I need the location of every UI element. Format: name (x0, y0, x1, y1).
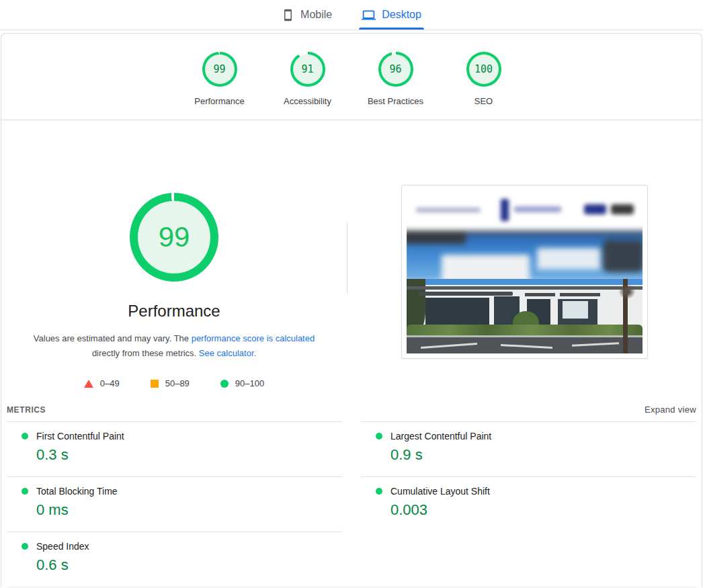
metric-total-blocking-time: Total Blocking Time 0 ms (7, 476, 342, 532)
legend-pass: 90–100 (220, 378, 264, 388)
performance-main-gauge: 99 (130, 193, 218, 282)
accessibility-score-label: Accessibility (284, 96, 331, 106)
screenshot-column (347, 120, 702, 396)
score-disclaimer: Values are estimated and may vary. The p… (30, 331, 318, 361)
metric-value: 0.9 s (390, 446, 696, 464)
accessibility-score-value: 91 (301, 63, 313, 75)
score-calculation-link[interactable]: performance score is calculated (192, 333, 315, 343)
tab-desktop[interactable]: Desktop (359, 0, 424, 30)
section-divider (7, 587, 696, 587)
performance-gauge-column: 99 Performance Values are estimated and … (1, 120, 347, 396)
seo-score-label: SEO (474, 96, 493, 106)
performance-main-score: 99 (159, 221, 190, 253)
best-practices-score-value: 96 (389, 63, 401, 75)
page-screenshot-thumbnail (407, 190, 643, 353)
thumb-hero-image (407, 230, 643, 282)
metrics-header: METRICS Expand view (7, 396, 696, 421)
pass-dot-icon (22, 543, 28, 550)
disclaimer-text: directly from these metrics. (92, 348, 199, 358)
legend-fail-range: 0–49 (100, 378, 120, 388)
seo-score-ring: 100 (466, 52, 501, 87)
legend-average: 50–89 (151, 378, 190, 388)
score-gauge-seo[interactable]: 100 SEO (452, 52, 516, 106)
disclaimer-text: Values are estimated and may vary. The (34, 333, 192, 343)
metrics-heading: METRICS (7, 405, 46, 415)
best-practices-score-ring: 96 (378, 52, 413, 87)
metric-value: 0.6 s (36, 556, 342, 574)
score-range-legend: 0–49 50–89 90–100 (1, 378, 347, 388)
legend-fail: 0–49 (84, 378, 120, 388)
performance-score-value: 99 (213, 63, 225, 75)
metric-speed-index: Speed Index 0.6 s (7, 532, 342, 587)
performance-score-ring: 99 (202, 52, 237, 87)
pass-dot-icon (376, 433, 382, 439)
score-gauge-accessibility[interactable]: 91 Accessibility (276, 52, 340, 106)
pass-dot-icon (22, 488, 28, 495)
metric-value: 0.003 (390, 501, 696, 519)
triangle-icon (84, 380, 93, 388)
metric-value: 0.3 s (36, 446, 342, 464)
performance-score-label: Performance (194, 96, 244, 106)
metric-cumulative-layout-shift: Cumulative Layout Shift 0.003 (361, 476, 696, 532)
pass-dot-icon (22, 433, 28, 439)
metric-first-contentful-paint: First Contentful Paint 0.3 s (7, 421, 342, 476)
seo-score-value: 100 (474, 63, 493, 75)
legend-pass-range: 90–100 (235, 378, 264, 388)
score-gauge-performance[interactable]: 99 Performance (188, 52, 252, 106)
category-score-summary: 99 Performance 91 Accessibility 96 Best … (1, 34, 702, 120)
legend-average-range: 50–89 (165, 378, 190, 388)
performance-title: Performance (1, 302, 347, 321)
laptop-icon (362, 8, 376, 22)
tab-mobile[interactable]: Mobile (279, 0, 335, 30)
circle-icon (220, 380, 229, 388)
tab-mobile-label: Mobile (300, 9, 332, 21)
page-screenshot-card (401, 185, 648, 359)
metric-name: Total Blocking Time (36, 486, 118, 497)
score-gauge-best-practices[interactable]: 96 Best Practices (364, 52, 428, 106)
report-card: 99 Performance 91 Accessibility 96 Best … (1, 33, 702, 587)
metrics-section: METRICS Expand view First Contentful Pai… (1, 396, 702, 587)
metric-name: Largest Contentful Paint (390, 431, 491, 442)
pagespeed-report: Mobile Desktop 99 Performance 91 Accessi… (0, 0, 703, 588)
metric-name: First Contentful Paint (36, 431, 124, 442)
thumb-building-photo (407, 279, 643, 353)
accessibility-score-ring: 91 (290, 52, 325, 87)
metric-value: 0 ms (36, 501, 342, 519)
best-practices-score-label: Best Practices (368, 96, 423, 106)
metric-name: Cumulative Layout Shift (390, 486, 490, 497)
pass-dot-icon (376, 488, 382, 495)
thumb-site-header (407, 190, 643, 233)
tab-desktop-label: Desktop (382, 9, 421, 21)
device-tabbar: Mobile Desktop (0, 0, 703, 30)
performance-section: 99 Performance Values are estimated and … (1, 120, 702, 396)
smartphone-icon (282, 9, 294, 22)
see-calculator-link[interactable]: See calculator. (199, 348, 256, 358)
metric-name: Speed Index (36, 541, 89, 552)
expand-view-button[interactable]: Expand view (645, 405, 696, 415)
metric-largest-contentful-paint: Largest Contentful Paint 0.9 s (361, 421, 696, 476)
metrics-grid: First Contentful Paint 0.3 s Largest Con… (7, 421, 696, 587)
square-icon (151, 380, 159, 388)
